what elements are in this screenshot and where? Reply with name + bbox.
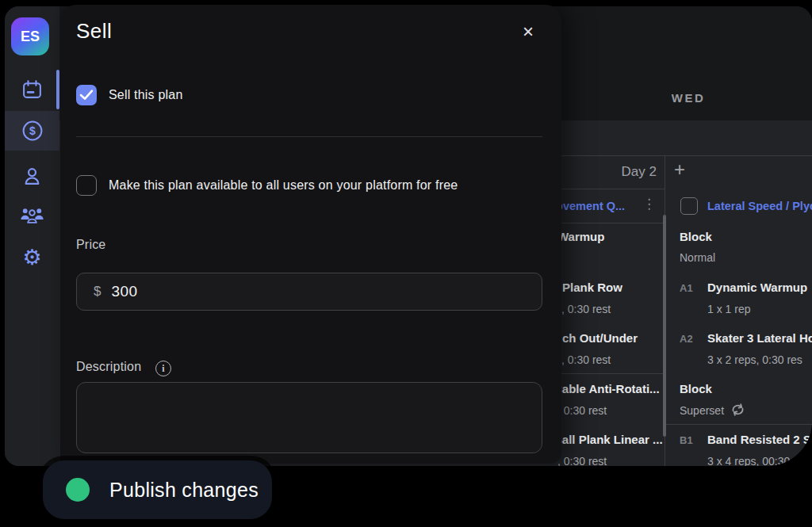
left-section-divider-1 — [561, 223, 665, 223]
free-plan-checkbox-row[interactable]: Make this plan available to all users on… — [76, 175, 458, 196]
svg-text:$: $ — [29, 124, 36, 137]
free-plan-label: Make this plan available to all users on… — [109, 178, 458, 193]
exercise-marker: A1 — [680, 282, 693, 294]
screen: WED Day 2 + Movement Q... ⋮ Lateral Spee… — [0, 0, 812, 527]
exercise-name: Skater 3 Lateral Hop — [707, 331, 812, 345]
sidebar-item-clients[interactable] — [5, 156, 59, 196]
exercise-detail: , 0:30 rest — [561, 353, 611, 366]
exercise-name: Band Resisted 2 Step — [707, 433, 812, 446]
sidebar-item-settings[interactable]: ⚙ — [5, 238, 59, 277]
price-input[interactable] — [109, 282, 506, 301]
exercise-name: Ball Plank Linear ... — [553, 433, 663, 446]
avatar[interactable]: ES — [11, 17, 49, 55]
exercise-name: Plank Row — [562, 281, 622, 294]
exercise-detail: 3 x 2 reps, 0:30 res — [707, 353, 802, 366]
left-section-divider-2 — [561, 373, 665, 374]
block-title: Block — [680, 230, 712, 243]
block-subtitle: Superset — [680, 403, 745, 417]
publish-changes-button[interactable]: Publish changes — [43, 460, 272, 519]
sidebar-item-teams[interactable] — [5, 195, 59, 235]
free-plan-checkbox[interactable] — [76, 175, 97, 196]
check-icon — [79, 88, 94, 102]
day-header-underline — [561, 189, 665, 189]
weekday-label: WED — [633, 91, 744, 105]
info-icon[interactable]: i — [155, 361, 171, 376]
exercise-detail: , 0:30 rest — [557, 404, 607, 417]
price-field[interactable]: $ — [76, 273, 542, 311]
exercise-detail: , 0:30 rest — [561, 303, 611, 315]
description-label: Description — [76, 360, 141, 374]
team-icon — [20, 204, 44, 225]
sell-this-plan-checkbox[interactable] — [76, 85, 97, 105]
exercise-name: Warmup — [557, 230, 604, 243]
publish-changes-label: Publish changes — [109, 479, 259, 502]
unpublished-status-dot — [66, 478, 90, 502]
exercise-name: ch Out/Under — [562, 331, 638, 345]
exercise-detail: 1 x 1 rep — [707, 303, 750, 315]
exercise-detail: , 0:30 rest — [557, 455, 607, 466]
right-section-divider — [665, 424, 812, 425]
exercise-marker: A2 — [680, 333, 693, 345]
sidebar: ES $ — [5, 6, 59, 466]
exercise-name: Dynamic Warmup — [707, 281, 807, 294]
gear-icon: ⚙ — [22, 247, 41, 269]
dollar-icon: $ — [21, 120, 44, 142]
close-button[interactable]: × — [514, 17, 542, 46]
sell-modal: Sell × Sell this plan Make this plan ava… — [60, 5, 561, 464]
workout-select-checkbox[interactable] — [680, 197, 698, 215]
add-day-button[interactable]: + — [668, 158, 691, 182]
workout-menu-icon[interactable]: ⋮ — [642, 197, 656, 212]
sidebar-item-calendar[interactable] — [5, 70, 59, 109]
exercise-name: Cable Anti-Rotati... — [553, 382, 660, 395]
right-workout-link[interactable]: Lateral Speed / Plyo — [707, 200, 812, 212]
calendar-icon — [21, 79, 43, 101]
day-label: Day 2 — [561, 164, 657, 180]
price-label: Price — [76, 238, 105, 252]
block-title: Block — [680, 382, 712, 395]
sidebar-item-payments[interactable]: $ — [5, 111, 59, 151]
modal-divider — [76, 136, 542, 137]
sell-this-plan-label: Sell this plan — [109, 88, 183, 102]
block-subtitle: Normal — [680, 251, 715, 264]
currency-symbol: $ — [94, 284, 101, 300]
column-scrollbar-thumb[interactable] — [663, 215, 666, 437]
header-row-divider — [561, 155, 812, 156]
exercise-marker: B1 — [680, 434, 693, 446]
description-textarea[interactable] — [76, 382, 542, 453]
sell-this-plan-checkbox-row[interactable]: Sell this plan — [76, 85, 183, 105]
modal-title: Sell — [76, 19, 112, 44]
exercise-detail: 3 x 4 reps, 00:30 r — [707, 455, 797, 466]
person-icon — [21, 166, 43, 187]
